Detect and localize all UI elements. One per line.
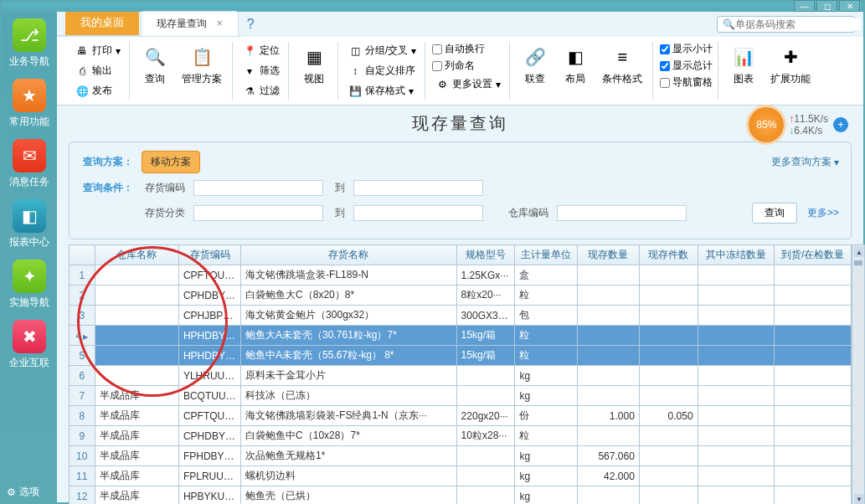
- sidebar-item-link[interactable]: ✖ 企业互联: [7, 320, 52, 370]
- label: 联查: [525, 72, 545, 86]
- cell: [639, 265, 698, 285]
- col-header[interactable]: 存货名称: [241, 245, 457, 265]
- group-button[interactable]: ◫分组/交叉▾: [345, 42, 420, 59]
- table-row[interactable]: 3CPHJBP0···海文铭黄金鲍片（300gx32）300GX32···包: [70, 306, 852, 326]
- barcode-search[interactable]: 🔍: [717, 16, 855, 33]
- autowrap-check[interactable]: 自动换行: [432, 42, 504, 56]
- col-header[interactable]: 仓库名称: [95, 245, 178, 265]
- cell: 15kg/箱: [456, 346, 515, 366]
- cell: HPHDBY0···: [178, 326, 240, 346]
- class-input-to[interactable]: [353, 205, 483, 221]
- sidebar-item-implement[interactable]: ✦ 实施导航: [7, 260, 52, 310]
- cell: [775, 386, 852, 406]
- sidebar-item-common[interactable]: ★ 常用功能: [7, 79, 52, 129]
- sidebar-item-messages[interactable]: ✉ 消息任务: [7, 139, 52, 189]
- table-row[interactable]: 2CPHDBY0···白袋鲍鱼大C（8x20）8*8粒x20···粒: [70, 285, 852, 306]
- cell: kg: [515, 486, 577, 505]
- scroll-thumb[interactable]: [854, 260, 862, 265]
- publish-button[interactable]: 🌐发布: [72, 82, 124, 100]
- label: 显示小计: [672, 42, 713, 56]
- help-icon[interactable]: ?: [247, 17, 255, 32]
- view-button[interactable]: ▦视图: [296, 42, 332, 88]
- cell: 300GX32···: [456, 306, 515, 326]
- code-input-from[interactable]: [193, 180, 323, 196]
- barcode-search-input[interactable]: [735, 18, 861, 30]
- max-button[interactable]: ◻: [816, 0, 837, 12]
- output-button[interactable]: ⎙输出: [72, 62, 124, 80]
- table-row[interactable]: 9半成品库CPHDBY0···白袋鲍鱼中C（10x28）7*10粒x28···粒: [70, 426, 852, 446]
- table-row[interactable]: 5HPHDBY1···鲍鱼中A未套壳（55.67粒-kg） 8*15kg/箱粒: [70, 346, 852, 366]
- cell: [95, 326, 178, 346]
- filter2-button[interactable]: ⚗过滤: [239, 82, 283, 100]
- label: 筛选: [260, 64, 280, 78]
- table-row[interactable]: 8半成品库CPFTQU0···海文铭佛跳墙彩袋装-FS经典1-N（京东···22…: [70, 406, 852, 426]
- scheme-button[interactable]: 移动方案: [142, 151, 200, 173]
- navwin-check[interactable]: 导航窗格: [660, 75, 713, 90]
- meter-add-icon[interactable]: +: [833, 117, 848, 132]
- min-button[interactable]: —: [794, 0, 815, 12]
- tab-desktop[interactable]: 我的桌面: [65, 10, 139, 35]
- label: 视图: [304, 72, 324, 86]
- tabbar: 我的桌面 现存量查询 ×: [57, 12, 240, 37]
- col-header[interactable]: 主计量单位: [515, 245, 577, 265]
- sidebar-item-biznav[interactable]: ⎇ 业务导航: [7, 18, 52, 69]
- sort-icon: ↕: [348, 64, 362, 78]
- more-scheme-link[interactable]: 更多查询方案▾: [771, 155, 839, 169]
- more-button[interactable]: ⚙更多设置▾: [432, 75, 504, 93]
- sort-button[interactable]: ↕自定义排序: [345, 62, 420, 80]
- table-row[interactable]: 10半成品库FPHDBY1···次品鲍鱼无规格1*kg567.060: [70, 446, 852, 466]
- sidebar-options[interactable]: ⚙ 选项: [7, 485, 39, 499]
- cell: [775, 285, 852, 306]
- col-header[interactable]: 现存件数: [639, 245, 698, 265]
- close-button[interactable]: ✕: [839, 0, 860, 12]
- saveformat-button[interactable]: 💾保存格式▾: [345, 82, 420, 100]
- print-button[interactable]: 🖶打印▾: [72, 42, 124, 59]
- cell: 9: [70, 426, 95, 446]
- table-row[interactable]: 7半成品库BCQTUU014科技冰（已冻）kg: [70, 386, 852, 406]
- query-panel: 查询方案： 移动方案 更多查询方案▾ 查询条件： 存货编码 到 存货分类 到: [69, 141, 852, 239]
- showsum-check[interactable]: 显示总计: [660, 59, 713, 73]
- showsub-check[interactable]: 显示小计: [660, 42, 713, 56]
- table-row[interactable]: 6YLHRUU001原料未干金茸小片kg: [70, 366, 852, 386]
- cell: 8粒x20···: [456, 285, 515, 306]
- table-row[interactable]: 11半成品库FPLRUU003螺机切边料kg42.000: [70, 466, 852, 486]
- rename-check[interactable]: 列命名: [432, 59, 504, 73]
- vertical-scrollbar[interactable]: ▲ ▼: [852, 244, 865, 504]
- upload-speed: 11.5K/s: [789, 113, 828, 125]
- wh-input[interactable]: [557, 205, 687, 221]
- table-row[interactable]: 1CPFTQU0···海文铭佛跳墙盒装-FL189-N1.25KGx···盒: [70, 265, 852, 285]
- connect-icon: ✖: [13, 320, 46, 353]
- layout-button[interactable]: ◧布局: [557, 42, 594, 88]
- extend-button[interactable]: ✚扩展功能: [765, 42, 816, 88]
- col-header[interactable]: 现存数量: [577, 245, 639, 265]
- cell: 粒: [515, 326, 577, 346]
- query-button[interactable]: 🔍查询: [136, 42, 173, 88]
- col-header[interactable]: 到货/在检数量: [775, 245, 852, 265]
- tab-close-icon[interactable]: ×: [217, 18, 223, 29]
- scroll-down-icon[interactable]: ▼: [854, 494, 864, 504]
- class-input-from[interactable]: [193, 205, 323, 221]
- condformat-button[interactable]: ≡条件格式: [597, 42, 647, 88]
- label: 管理方案: [182, 72, 222, 86]
- table-row[interactable]: 12半成品库HPBYKU0···鲍鱼壳（已烘）kg: [70, 486, 852, 505]
- filter-button[interactable]: ▾筛选: [239, 62, 283, 80]
- cell: [775, 486, 852, 505]
- more-link[interactable]: 更多>>: [807, 206, 839, 220]
- cell: [639, 446, 698, 466]
- code-input-to[interactable]: [353, 180, 483, 196]
- query-exec-button[interactable]: 查询: [752, 203, 797, 224]
- table-row[interactable]: 4HPHDBY0···鲍鱼大A未套壳（30.761粒-kg）7*15kg/箱粒: [70, 326, 852, 346]
- col-header[interactable]: 规格型号: [456, 245, 515, 265]
- manage-scheme-button[interactable]: 📋管理方案: [177, 42, 227, 88]
- locate-button[interactable]: 📍定位: [239, 42, 283, 59]
- chart-button[interactable]: 📊图表: [725, 42, 762, 88]
- scroll-up-icon[interactable]: ▲: [854, 247, 864, 257]
- cell: [639, 486, 698, 505]
- link-button[interactable]: 🔗联查: [517, 42, 553, 88]
- tab-stock-query[interactable]: 现存量查询 ×: [141, 11, 239, 36]
- col-header[interactable]: 其中冻结数量: [698, 245, 775, 265]
- cell: [775, 406, 852, 426]
- col-header[interactable]: 存货编码: [178, 245, 240, 265]
- sidebar-item-reports[interactable]: ◧ 报表中心: [7, 199, 52, 249]
- cell: [577, 326, 639, 346]
